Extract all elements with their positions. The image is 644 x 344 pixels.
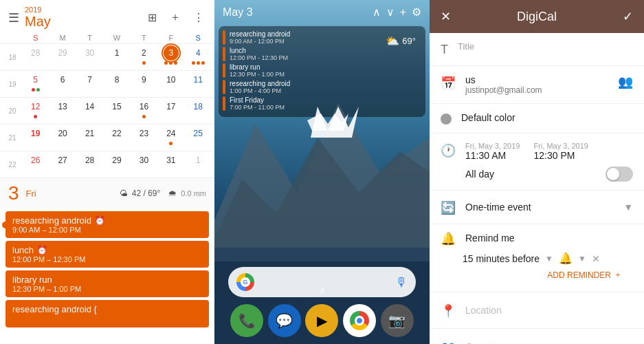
calendar-content: us justinpot@gmail.com bbox=[465, 74, 608, 95]
clock-icon: 🕐 bbox=[441, 143, 456, 158]
scroll-up-icon[interactable]: ∧ bbox=[373, 6, 381, 19]
selected-date-day: Fri bbox=[26, 189, 36, 199]
temperature-range: 42 / 69° bbox=[132, 189, 161, 198]
phone-dock: 📞 💬 ▶ 📷 bbox=[214, 304, 430, 337]
cal-cell-12[interactable]: 12 bbox=[22, 98, 49, 124]
cal-cell-18[interactable]: 18 bbox=[185, 98, 212, 124]
scroll-down-icon[interactable]: ∨ bbox=[386, 6, 395, 19]
digical-calendar-row[interactable]: 📅 us justinpot@gmail.com 👥 bbox=[430, 66, 644, 104]
cal-cell-6[interactable]: 6 bbox=[49, 71, 76, 97]
cal-cell-21[interactable]: 21 bbox=[76, 125, 103, 151]
cal-cell-30[interactable]: 30 bbox=[131, 151, 157, 178]
cal-cell-9[interactable]: 9 bbox=[131, 71, 157, 97]
cal-cell-23[interactable]: 23 bbox=[131, 125, 157, 151]
cal-cell-17[interactable]: 17 bbox=[157, 98, 184, 124]
location-label: Location bbox=[465, 305, 502, 316]
end-time-value: 12:30 PM bbox=[533, 150, 588, 161]
dock-camera-icon[interactable]: 📷 bbox=[381, 304, 414, 337]
cal-cell-11[interactable]: 11 bbox=[185, 71, 212, 97]
digical-repeat-row[interactable]: 🔄 One-time event ▼ bbox=[430, 191, 644, 224]
digical-save-button[interactable]: ✓ bbox=[623, 9, 633, 24]
cal-cell-29-prev[interactable]: 29 bbox=[49, 44, 76, 70]
digical-panel: ✕ DigiCal ✓ T Title 📅 us justinpot@gmail… bbox=[430, 0, 644, 344]
cal-cell-19[interactable]: 19 bbox=[22, 125, 49, 151]
cal-cell-13[interactable]: 13 bbox=[49, 98, 76, 124]
cal-cell-5[interactable]: 5 bbox=[22, 71, 49, 97]
google-mic-icon[interactable]: 🎙 bbox=[395, 275, 408, 290]
digical-location-row[interactable]: 📍 Location bbox=[430, 292, 644, 329]
cal-cell-27[interactable]: 27 bbox=[49, 151, 76, 178]
cal-cell-29[interactable]: 29 bbox=[103, 151, 130, 178]
cal-cell-16[interactable]: 16 bbox=[131, 98, 157, 124]
color-dot bbox=[441, 114, 452, 125]
cal-cell-25[interactable]: 25 bbox=[185, 125, 212, 151]
cal-cell-22[interactable]: 22 bbox=[103, 125, 130, 151]
digical-app-title: DigiCal bbox=[517, 10, 557, 24]
cal-cell-2[interactable]: 2 bbox=[131, 44, 157, 70]
event-library-run[interactable]: library run 12:30 PM – 1:00 PM bbox=[5, 270, 209, 297]
day-name-wed: W bbox=[103, 32, 130, 43]
cal-cell-7[interactable]: 7 bbox=[76, 71, 103, 97]
remind-bell-dropdown-icon[interactable]: ▼ bbox=[578, 254, 586, 264]
start-date-label: Fri, May 3, 2019 bbox=[465, 142, 520, 150]
cal-cell-1[interactable]: 1 bbox=[103, 44, 130, 70]
cal-cell-3[interactable]: 3 bbox=[157, 44, 184, 70]
grid-view-icon[interactable]: ⊞ bbox=[144, 10, 159, 25]
color-label: Default color bbox=[461, 112, 633, 123]
digical-datetime-row[interactable]: 🕐 Fri, May 3, 2019 11:30 AM Fri, May 3, … bbox=[430, 133, 644, 191]
google-search-bar[interactable]: G 🎙 bbox=[228, 267, 416, 297]
remind-dropdown-icon[interactable]: ▼ bbox=[545, 254, 553, 264]
calendar-week-22: 22 26 27 28 29 30 31 1 bbox=[0, 151, 214, 178]
location-icon: 📍 bbox=[441, 303, 456, 319]
end-date-col: Fri, May 3, 2019 12:30 PM bbox=[533, 142, 588, 161]
calendar-name: us bbox=[465, 74, 608, 85]
cal-cell-14[interactable]: 14 bbox=[76, 98, 103, 124]
dock-plex-icon[interactable]: ▶ bbox=[305, 304, 338, 337]
cal-cell-1-next[interactable]: 1 bbox=[185, 151, 212, 178]
cal-cell-28-prev[interactable]: 28 bbox=[22, 44, 49, 70]
cal-cell-15[interactable]: 15 bbox=[103, 98, 130, 124]
start-time-value: 11:30 AM bbox=[465, 150, 520, 161]
digical-header: ✕ DigiCal ✓ bbox=[430, 0, 644, 33]
digical-guests-row[interactable]: 👥 Guests bbox=[430, 329, 644, 344]
digical-remind-section: 🔔 Remind me 15 minutes before ▼ 🔔 ▼ ✕ AD… bbox=[430, 224, 644, 292]
datetime-content: Fri, May 3, 2019 11:30 AM Fri, May 3, 20… bbox=[465, 142, 633, 182]
add-widget-icon[interactable]: + bbox=[400, 6, 406, 19]
cal-cell-28[interactable]: 28 bbox=[76, 151, 103, 178]
end-date-label: Fri, May 3, 2019 bbox=[533, 142, 588, 150]
dock-phone-icon[interactable]: 📞 bbox=[230, 304, 263, 337]
add-reminder-button[interactable]: ADD REMINDER ＋ bbox=[441, 265, 633, 286]
settings-icon[interactable]: ⚙ bbox=[412, 6, 421, 19]
cal-cell-26[interactable]: 26 bbox=[22, 151, 49, 178]
remind-remove-button[interactable]: ✕ bbox=[592, 253, 600, 264]
week-num-19: 19 bbox=[3, 71, 22, 97]
digical-body: T Title 📅 us justinpot@gmail.com 👥 Defau… bbox=[430, 33, 644, 344]
add-event-icon[interactable]: ＋ bbox=[168, 10, 183, 25]
remind-bell-icon[interactable]: 🔔 bbox=[559, 252, 573, 265]
day-name-sun: S bbox=[22, 32, 49, 43]
event-researching-android-2[interactable]: researching android { bbox=[5, 300, 209, 327]
cal-cell-31[interactable]: 31 bbox=[157, 151, 184, 178]
digical-color-row[interactable]: Default color bbox=[430, 104, 644, 133]
week-num-20: 20 bbox=[3, 98, 22, 124]
dock-chrome-icon[interactable] bbox=[343, 304, 376, 337]
digical-close-button[interactable]: ✕ bbox=[441, 9, 451, 24]
hamburger-icon[interactable]: ☰ bbox=[8, 10, 19, 25]
event-lunch[interactable]: lunch ⏰ 12:00 PM – 12:30 PM bbox=[5, 241, 209, 268]
guests-icon: 👥 bbox=[441, 340, 456, 344]
cal-cell-8[interactable]: 8 bbox=[103, 71, 130, 97]
dock-messages-icon[interactable]: 💬 bbox=[268, 304, 301, 337]
color-content: Default color bbox=[461, 112, 633, 123]
cal-cell-20[interactable]: 20 bbox=[49, 125, 76, 151]
calendar-week-18: 18 28 29 30 1 2 3 4 bbox=[0, 43, 214, 70]
digical-title-row[interactable]: T Title bbox=[430, 33, 644, 66]
calendar-events-list: researching android ⏰ 9:00 AM – 12:00 PM… bbox=[0, 208, 214, 344]
more-options-icon[interactable]: ⋮ bbox=[191, 10, 206, 25]
cal-cell-4[interactable]: 4 bbox=[185, 44, 212, 70]
event-researching-android-1[interactable]: researching android ⏰ 9:00 AM – 12:00 PM bbox=[5, 211, 209, 238]
cal-cell-24[interactable]: 24 bbox=[157, 125, 184, 151]
cal-cell-30-prev[interactable]: 30 bbox=[76, 44, 103, 70]
all-day-toggle[interactable] bbox=[606, 166, 633, 182]
title-content: Title bbox=[458, 41, 633, 52]
cal-cell-10[interactable]: 10 bbox=[157, 71, 184, 97]
